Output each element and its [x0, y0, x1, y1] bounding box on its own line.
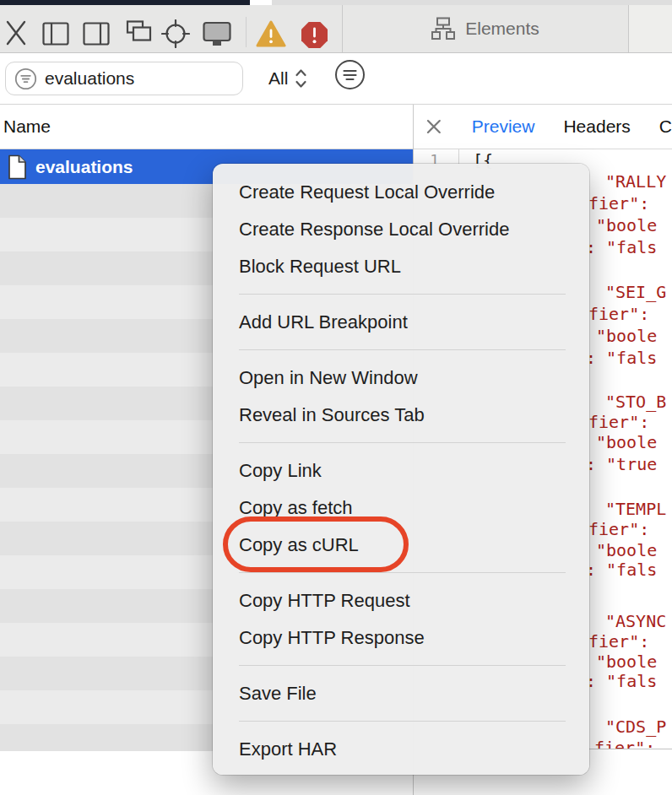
- menu-separator: [239, 442, 566, 443]
- menu-item-create-request-local-override[interactable]: Create Request Local Override: [213, 174, 589, 211]
- resource-type-select[interactable]: All: [268, 62, 308, 95]
- json-fragment: "CDS_P: [605, 717, 666, 737]
- network-filter-bar: evaluations All: [0, 53, 672, 105]
- json-fragment: : "fals: [586, 560, 657, 580]
- menu-separator: [239, 721, 566, 722]
- json-fragment: : "fals: [586, 671, 657, 691]
- menu-separator: [239, 349, 566, 350]
- undock-windows-icon[interactable]: [123, 20, 152, 46]
- tab-headers[interactable]: Headers: [563, 116, 630, 137]
- json-fragment: "TEMPL: [605, 499, 666, 519]
- json-fragment: "ASYNC: [605, 611, 666, 631]
- request-context-menu: Create Request Local Override Create Res…: [213, 164, 589, 775]
- menu-separator: [239, 665, 566, 666]
- close-inspector-icon[interactable]: [6, 19, 26, 46]
- toolbar-divider-right: [628, 5, 629, 52]
- toolbar-right-cap: [629, 5, 672, 52]
- menu-separator: [239, 294, 566, 295]
- toolbar-mini-divider: [246, 17, 247, 47]
- detail-tab-bar: Preview Headers C: [414, 105, 672, 149]
- warnings-badge[interactable]: [256, 20, 286, 48]
- json-fragment-clipped: fier":: [594, 738, 655, 749]
- error-octagon-icon: [301, 21, 328, 49]
- menu-item-open-in-new-window[interactable]: Open in New Window: [213, 360, 589, 397]
- warning-triangle-icon: [256, 20, 286, 48]
- elements-hierarchy-icon: [431, 17, 456, 41]
- element-picker-icon[interactable]: [161, 19, 190, 48]
- curl-highlight-annotation: [223, 516, 409, 572]
- json-fragment: "boole: [596, 215, 657, 235]
- json-fragment: fier":: [588, 412, 649, 432]
- json-fragment: "boole: [596, 652, 657, 672]
- json-fragment: "RALLY: [605, 171, 666, 192]
- document-icon: [8, 154, 27, 180]
- request-row-label: evaluations: [35, 157, 133, 177]
- select-chevrons-icon: [294, 67, 308, 90]
- json-fragment: fier":: [588, 304, 649, 324]
- json-fragment: "boole: [596, 540, 657, 560]
- filter-input-value: evaluations: [45, 68, 134, 89]
- json-fragment: : "true: [586, 454, 657, 474]
- errors-badge[interactable]: [301, 21, 328, 49]
- dock-left-icon[interactable]: [42, 22, 69, 46]
- column-header-name[interactable]: Name: [3, 105, 51, 149]
- web-inspector-window: Elements evaluations All Name: [0, 0, 672, 795]
- menu-item-create-response-local-override[interactable]: Create Response Local Override: [213, 211, 589, 248]
- responsive-mode-icon[interactable]: [203, 21, 231, 48]
- filter-options-button[interactable]: [334, 59, 366, 90]
- resource-filter-input[interactable]: evaluations: [5, 62, 243, 95]
- close-detail-icon[interactable]: [425, 117, 443, 136]
- menu-item-save-file[interactable]: Save File: [213, 675, 589, 712]
- json-fragment: : "fals: [586, 348, 657, 368]
- menu-item-copy-http-response[interactable]: Copy HTTP Response: [213, 619, 589, 657]
- dock-right-icon[interactable]: [83, 22, 110, 46]
- json-fragment: : "fals: [586, 237, 657, 257]
- menu-item-export-har[interactable]: Export HAR: [213, 731, 589, 768]
- menu-separator: [239, 572, 566, 573]
- menu-item-copy-link[interactable]: Copy Link: [213, 452, 589, 489]
- menu-item-add-url-breakpoint[interactable]: Add URL Breakpoint: [213, 304, 589, 341]
- tab-elements[interactable]: Elements: [342, 5, 628, 52]
- menu-item-block-request-url[interactable]: Block Request URL: [213, 248, 589, 285]
- filter-options-icon: [334, 59, 366, 90]
- json-fragment: fier":: [588, 519, 649, 539]
- menu-item-copy-http-request[interactable]: Copy HTTP Request: [213, 582, 589, 619]
- json-fragment: "STO_B: [605, 392, 666, 412]
- resource-type-selected: All: [268, 68, 288, 89]
- json-fragment: "boole: [596, 326, 657, 346]
- json-fragment: fier":: [588, 631, 649, 652]
- tab-elements-label: Elements: [465, 19, 539, 39]
- json-fragment: "SEI_G: [605, 282, 666, 302]
- json-fragment: "boole: [596, 432, 657, 452]
- inspector-toolbar: Elements: [0, 5, 672, 53]
- tab-preview[interactable]: Preview: [472, 116, 535, 137]
- menu-item-reveal-in-sources-tab[interactable]: Reveal in Sources Tab: [213, 397, 589, 434]
- panel-headers: Name Preview Headers C: [0, 105, 672, 149]
- tab-cookies-partial[interactable]: C: [659, 116, 672, 137]
- filter-icon: [14, 68, 37, 90]
- json-fragment: fier":: [588, 193, 649, 214]
